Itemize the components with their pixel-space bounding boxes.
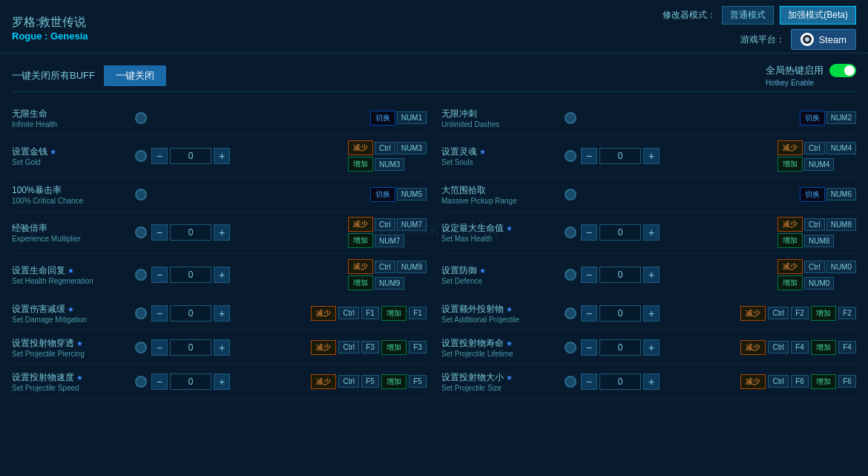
close-all-btn[interactable]: 一键关闭 xyxy=(104,65,166,86)
toggle-circle[interactable] xyxy=(565,226,576,238)
close-all-area: 一键关闭所有BUFF 一键关闭 xyxy=(12,65,166,86)
toggle-circle[interactable] xyxy=(565,189,576,200)
plus-btn[interactable]: + xyxy=(643,374,660,390)
key-action-add[interactable]: 增加 xyxy=(811,306,836,321)
key-action-switch[interactable]: 切换 xyxy=(800,187,825,202)
plus-btn[interactable]: + xyxy=(643,267,660,283)
key-action-reduce[interactable]: 减少 xyxy=(311,340,336,355)
num-input-area: − + xyxy=(581,339,660,356)
key-action-switch[interactable]: 切换 xyxy=(370,187,395,202)
key-action-reduce[interactable]: 减少 xyxy=(777,259,803,274)
toggle-circle[interactable] xyxy=(565,342,576,353)
plus-btn[interactable]: + xyxy=(214,148,230,164)
plus-btn[interactable]: + xyxy=(643,224,660,241)
minus-btn[interactable]: − xyxy=(581,224,597,241)
minus-btn[interactable]: − xyxy=(151,339,168,356)
key-action-switch[interactable]: 切换 xyxy=(800,111,825,125)
num-field[interactable] xyxy=(170,267,211,283)
minus-btn[interactable]: − xyxy=(151,148,168,164)
plus-btn[interactable]: + xyxy=(214,374,230,390)
key-action-reduce[interactable]: 减少 xyxy=(311,374,336,389)
toggle-circle[interactable] xyxy=(135,189,147,200)
key-action-add[interactable]: 增加 xyxy=(777,276,803,290)
toggle-circle[interactable] xyxy=(135,307,147,319)
toggle-circle[interactable] xyxy=(135,150,147,162)
key-action-reduce[interactable]: 减少 xyxy=(777,217,803,232)
minus-btn[interactable]: − xyxy=(151,267,168,283)
key-action-add[interactable]: 增加 xyxy=(348,157,373,172)
item-cn: 设置额外投射物★ xyxy=(441,303,560,316)
key-tag: Ctrl xyxy=(338,307,359,319)
key-tag: Ctrl xyxy=(768,375,789,388)
key-action-reduce[interactable]: 减少 xyxy=(348,140,373,155)
plus-btn[interactable]: + xyxy=(214,224,230,241)
num-field[interactable] xyxy=(170,148,211,164)
toggle-circle[interactable] xyxy=(135,269,147,281)
num-field[interactable] xyxy=(599,267,641,283)
toggle-circle[interactable] xyxy=(565,307,576,319)
num-field[interactable] xyxy=(599,374,641,390)
key-action-add[interactable]: 增加 xyxy=(381,374,407,389)
key-action-add[interactable]: 增加 xyxy=(348,233,373,248)
toggle-circle[interactable] xyxy=(565,376,576,388)
toggle-circle[interactable] xyxy=(565,150,576,162)
controls-area: 减少CtrlF1增加F1 xyxy=(230,306,427,321)
plus-btn[interactable]: + xyxy=(643,339,660,356)
minus-btn[interactable]: − xyxy=(581,374,597,390)
key-action-add[interactable]: 增加 xyxy=(381,306,407,321)
platform-btn[interactable]: Steam xyxy=(791,29,856,50)
minus-btn[interactable]: − xyxy=(151,374,168,390)
plus-btn[interactable]: + xyxy=(214,267,230,283)
minus-btn[interactable]: − xyxy=(581,148,597,164)
item-en: Set Max Health xyxy=(441,235,560,243)
key-action-add[interactable]: 增加 xyxy=(811,374,836,389)
mode-normal-btn[interactable]: 普通模式 xyxy=(722,6,774,25)
key-action-add[interactable]: 增加 xyxy=(348,276,373,290)
star-icon: ★ xyxy=(506,305,513,313)
hotkey-toggle[interactable] xyxy=(829,64,856,77)
minus-btn[interactable]: − xyxy=(581,267,597,283)
controls-area: 减少CtrlNUM9增加NUM9 xyxy=(230,259,427,290)
minus-btn[interactable]: − xyxy=(151,224,168,241)
num-field[interactable] xyxy=(599,339,641,356)
key-action-reduce[interactable]: 减少 xyxy=(311,306,336,321)
key-action-reduce[interactable]: 减少 xyxy=(740,374,766,389)
item-en: Set Damage Mitigation xyxy=(12,316,131,324)
toggle-circle[interactable] xyxy=(135,226,147,238)
key-group: 切换 NUM6 xyxy=(800,187,856,202)
num-field[interactable] xyxy=(170,224,211,241)
key-tag: NUM5 xyxy=(397,188,427,200)
plus-btn[interactable]: + xyxy=(643,148,660,164)
minus-btn[interactable]: − xyxy=(151,305,168,322)
key-action-add[interactable]: 增加 xyxy=(381,340,407,355)
key-action-add[interactable]: 增加 xyxy=(777,233,803,248)
svg-point-1 xyxy=(805,37,809,42)
key-action-reduce[interactable]: 减少 xyxy=(348,217,373,232)
plus-btn[interactable]: + xyxy=(643,305,660,322)
num-field[interactable] xyxy=(599,305,641,322)
key-action-add[interactable]: 增加 xyxy=(777,157,803,172)
mode-beta-btn[interactable]: 加强模式(Beta) xyxy=(780,6,856,25)
key-action-switch[interactable]: 切换 xyxy=(370,111,395,125)
num-field[interactable] xyxy=(599,148,641,164)
minus-btn[interactable]: − xyxy=(581,305,597,322)
toggle-circle[interactable] xyxy=(135,112,147,124)
num-field[interactable] xyxy=(170,339,211,356)
plus-btn[interactable]: + xyxy=(214,339,230,356)
toggle-circle[interactable] xyxy=(565,269,576,281)
num-field[interactable] xyxy=(170,305,211,322)
toggle-circle[interactable] xyxy=(565,112,576,124)
plus-btn[interactable]: + xyxy=(214,305,230,322)
toggle-circle[interactable] xyxy=(135,376,147,388)
toggle-circle[interactable] xyxy=(135,342,147,353)
key-action-reduce[interactable]: 减少 xyxy=(777,140,803,155)
num-field[interactable] xyxy=(170,374,211,390)
key-btns: 减少CtrlNUM7增加NUM7 xyxy=(348,217,427,248)
key-action-reduce[interactable]: 减少 xyxy=(740,340,766,355)
item-cn: 经验倍率 xyxy=(12,222,131,235)
key-action-reduce[interactable]: 减少 xyxy=(740,306,766,321)
key-action-add[interactable]: 增加 xyxy=(811,340,836,355)
minus-btn[interactable]: − xyxy=(581,339,597,356)
key-action-reduce[interactable]: 减少 xyxy=(348,259,373,274)
num-field[interactable] xyxy=(599,224,641,241)
